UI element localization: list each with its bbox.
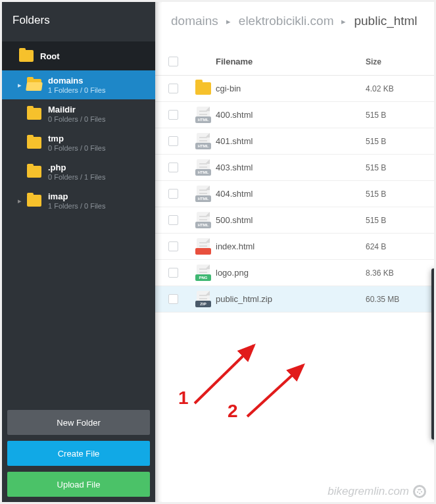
- svg-line-1: [247, 365, 303, 416]
- tree-item-label: .php: [48, 163, 105, 172]
- tree-item-.php[interactable]: .php0 Folders / 1 Files: [2, 157, 155, 186]
- new-folder-button[interactable]: New Folder: [7, 410, 150, 435]
- tree-item-label: Maildir: [48, 105, 105, 114]
- row-checkbox[interactable]: [168, 163, 178, 172]
- annotation-number-2: 2: [228, 401, 238, 422]
- table-row[interactable]: HTML404.shtml515 B: [155, 181, 434, 207]
- file-name[interactable]: index.html: [216, 241, 366, 251]
- breadcrumb-domains[interactable]: domains: [171, 14, 218, 28]
- file-table: Filename Size cgi-bin4.02 KBHTML400.shtm…: [155, 48, 434, 313]
- table-row[interactable]: HTML400.shtml515 B: [155, 102, 434, 128]
- tree-item-imap[interactable]: ▸imap1 Folders / 0 Files: [2, 186, 155, 215]
- row-checkbox[interactable]: [168, 268, 178, 278]
- tree-item-sub: 0 Folders / 0 Files: [48, 144, 105, 152]
- sidebar: Folders Root ▸domains1 Folders / 0 Files…: [2, 2, 155, 502]
- sidebar-actions: New Folder Create File Upload File: [2, 405, 155, 502]
- file-name[interactable]: 403.shtml: [216, 163, 366, 172]
- breadcrumb-public_html[interactable]: public_html: [354, 14, 417, 28]
- file-icon: PNG: [197, 265, 210, 281]
- tree-root[interactable]: Root: [2, 41, 155, 70]
- file-size: 4.02 KB: [366, 84, 421, 93]
- folder-icon: [27, 137, 41, 149]
- file-size: 515 B: [366, 137, 421, 146]
- file-icon: HTML: [197, 107, 210, 123]
- tree-item-sub: 1 Folders / 0 Files: [48, 86, 105, 94]
- file-icon: ZIP: [197, 291, 210, 307]
- select-all-checkbox[interactable]: [168, 57, 178, 66]
- tree-item-tmp[interactable]: tmp0 Folders / 0 Files: [2, 128, 155, 157]
- header-size[interactable]: Size: [366, 57, 421, 66]
- file-name[interactable]: 401.shtml: [216, 136, 366, 146]
- folder-icon: [27, 195, 41, 207]
- row-checkbox[interactable]: [168, 189, 178, 199]
- upload-file-button[interactable]: Upload File: [7, 472, 150, 497]
- ctx-copy-file[interactable]: ⧉Copy File: [431, 295, 436, 318]
- folder-icon: [27, 166, 41, 178]
- table-row[interactable]: HTML401.shtml515 B: [155, 128, 434, 155]
- svg-line-0: [195, 345, 254, 403]
- ctx-delete[interactable]: 🗑Delete: [431, 413, 436, 437]
- table-row[interactable]: ZIPpublic_html.zip60.35 MB: [155, 286, 434, 313]
- file-icon: HTML: [197, 159, 210, 176]
- tree-item-sub: 1 Folders / 0 Files: [48, 202, 105, 210]
- breadcrumb-separator-icon: ▸: [226, 16, 231, 26]
- row-checkbox[interactable]: [168, 84, 178, 93]
- file-name[interactable]: 404.shtml: [216, 189, 366, 199]
- tree-item-domains[interactable]: ▸domains1 Folders / 0 Files: [2, 70, 155, 99]
- folder-icon: [19, 50, 34, 62]
- gear-icon: [413, 485, 426, 498]
- ctx-rename[interactable]: ARename: [431, 271, 436, 295]
- tree-item-label: imap: [48, 191, 105, 201]
- file-name[interactable]: 500.shtml: [216, 215, 366, 225]
- ctx-download[interactable]: ⬇Download: [431, 390, 436, 413]
- row-checkbox[interactable]: [168, 241, 178, 251]
- chevron-right-icon: ▸: [18, 197, 24, 205]
- ctx-extract[interactable]: ⇪Extract: [431, 366, 436, 390]
- file-size: 515 B: [366, 189, 421, 199]
- table-row[interactable]: HTML403.shtml515 B: [155, 155, 434, 181]
- folder-icon: [195, 82, 211, 95]
- folder-icon: [27, 108, 41, 120]
- annotation-number-1: 1: [178, 388, 189, 409]
- watermark-text: bikegremlin.com: [327, 485, 409, 498]
- table-row[interactable]: index.html624 B: [155, 234, 434, 260]
- file-icon: [197, 238, 210, 255]
- table-header: Filename Size: [155, 48, 434, 76]
- tree-item-sub: 0 Folders / 0 Files: [48, 115, 105, 123]
- header-filename[interactable]: Filename: [216, 57, 366, 66]
- file-name[interactable]: cgi-bin: [216, 84, 366, 93]
- ctx-add-to-clipboard[interactable]: 📋Add to Clipboard: [431, 342, 436, 366]
- file-icon: HTML: [197, 133, 210, 149]
- tree-root-label: Root: [40, 51, 60, 61]
- context-menu: ARename⧉Copy File⚙Set Permissions📋Add to…: [431, 268, 436, 440]
- folder-tree: Root ▸domains1 Folders / 0 FilesMaildir0…: [2, 41, 155, 405]
- file-icon: HTML: [197, 186, 210, 202]
- file-name[interactable]: logo.png: [216, 268, 366, 278]
- tree-item-Maildir[interactable]: Maildir0 Folders / 0 Files: [2, 99, 155, 128]
- watermark: bikegremlin.com: [327, 485, 426, 498]
- breadcrumb: domains▸elektrobicikli.com▸public_html: [155, 2, 434, 48]
- row-checkbox[interactable]: [168, 136, 178, 146]
- file-name[interactable]: public_html.zip: [216, 294, 366, 304]
- tree-item-label: tmp: [48, 134, 105, 143]
- create-file-button[interactable]: Create File: [7, 441, 150, 466]
- tree-item-label: domains: [48, 76, 105, 86]
- file-name[interactable]: 400.shtml: [216, 110, 366, 120]
- file-size: 515 B: [366, 216, 421, 225]
- tree-item-sub: 0 Folders / 1 Files: [48, 173, 105, 181]
- table-row[interactable]: HTML500.shtml515 B: [155, 207, 434, 234]
- row-checkbox[interactable]: [168, 215, 178, 225]
- file-size: 515 B: [366, 163, 421, 172]
- chevron-right-icon: ▸: [18, 81, 24, 89]
- breadcrumb-elektrobicikli.com[interactable]: elektrobicikli.com: [239, 14, 334, 28]
- row-checkbox[interactable]: [168, 110, 178, 120]
- table-row[interactable]: PNGlogo.png8.36 KB: [155, 260, 434, 286]
- annotation-arrow-2: [241, 357, 313, 423]
- file-size: 60.35 MB: [366, 295, 421, 304]
- file-size: 624 B: [366, 242, 421, 251]
- ctx-set-permissions[interactable]: ⚙Set Permissions: [431, 318, 436, 342]
- folder-icon: [27, 79, 41, 91]
- file-icon: HTML: [197, 212, 210, 228]
- row-checkbox[interactable]: [168, 294, 178, 304]
- table-row[interactable]: cgi-bin4.02 KB: [155, 76, 434, 102]
